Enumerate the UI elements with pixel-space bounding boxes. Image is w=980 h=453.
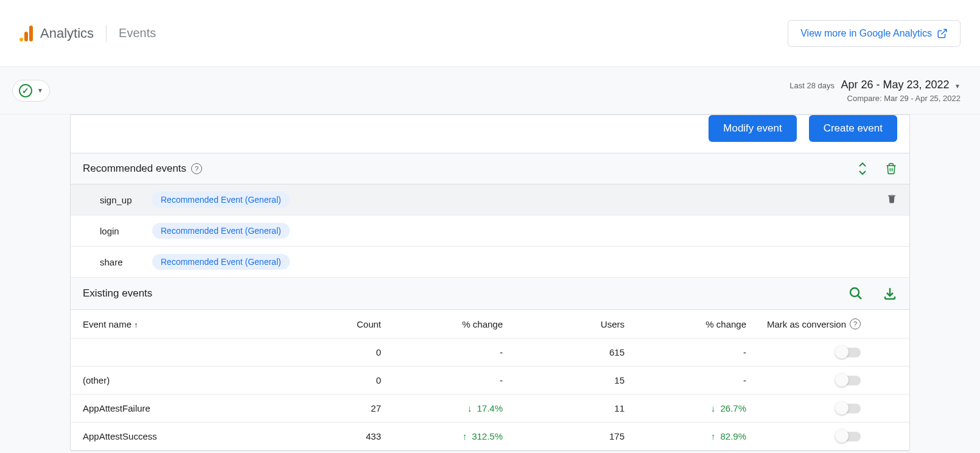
conversion-toggle[interactable] (836, 432, 861, 441)
events-panel: Modify event Create event Recommended ev… (70, 114, 910, 451)
help-icon[interactable]: ? (191, 163, 202, 174)
conversion-toggle[interactable] (836, 376, 861, 385)
cell-users: 11 (509, 403, 631, 413)
cell-event-name[interactable]: (other) (83, 375, 314, 385)
cell-conversion (752, 376, 897, 385)
brand-title: Analytics (40, 26, 94, 41)
svg-line-0 (942, 29, 947, 34)
cell-count: 27 (314, 403, 387, 413)
date-range-main: Apr 26 - May 23, 2022 (841, 79, 950, 91)
divider (106, 25, 107, 42)
chevron-down-icon: ▼ (954, 83, 961, 90)
content: Modify event Create event Recommended ev… (0, 114, 980, 453)
date-range-label: Last 28 days (789, 81, 835, 90)
recommended-event-name: share (100, 257, 142, 267)
date-range-picker[interactable]: Last 28 days Apr 26 - May 23, 2022 ▼ Com… (789, 79, 961, 103)
panel-actions: Modify event Create event (71, 115, 909, 153)
cell-count: 0 (314, 375, 387, 385)
cell-count-change: - (387, 347, 509, 357)
conversion-toggle[interactable] (836, 348, 861, 357)
breadcrumb: Events (119, 26, 156, 40)
table-row: AppAttestFailure 27 ↓ 17.4% 11 ↓ 26.7% (71, 395, 909, 423)
recommended-row[interactable]: sign_up Recommended Event (General) (71, 184, 909, 216)
arrow-up-icon: ↑ (711, 431, 716, 441)
cell-users-change: ↓ 26.7% (631, 403, 752, 413)
view-more-label: View more in Google Analytics (800, 28, 932, 39)
recommended-event-name: sign_up (100, 195, 142, 205)
status-filter-chip[interactable]: ✓ ▼ (12, 80, 50, 102)
cell-users: 15 (509, 375, 631, 385)
cell-conversion (752, 404, 897, 413)
cell-count: 433 (314, 431, 387, 441)
th-change[interactable]: % change (387, 319, 509, 329)
existing-events-header: Existing events (71, 278, 909, 310)
analytics-logo-icon (19, 26, 33, 41)
cell-users-change: - (631, 375, 752, 385)
arrow-down-icon: ↓ (467, 403, 472, 413)
cell-event-name[interactable]: AppAttestSuccess (83, 431, 314, 441)
cell-users: 615 (509, 347, 631, 357)
delete-row-button[interactable] (886, 192, 897, 207)
check-circle-icon: ✓ (19, 84, 32, 97)
date-range-compare: Compare: Mar 29 - Apr 25, 2022 (789, 94, 961, 103)
sort-asc-icon: ↑ (134, 320, 138, 329)
search-icon[interactable] (849, 286, 863, 301)
recommended-row[interactable]: login Recommended Event (General) (71, 216, 909, 247)
cell-users-change: - (631, 347, 752, 357)
brand-block: Analytics Events (19, 25, 156, 42)
svg-point-1 (850, 288, 859, 297)
download-icon[interactable] (883, 286, 897, 301)
th-event-name[interactable]: Event name ↑ (83, 319, 314, 329)
table-header: Event name ↑ Count % change Users % chan… (71, 310, 909, 339)
recommended-events-header: Recommended events ? (71, 153, 909, 184)
existing-title: Existing events (83, 287, 152, 300)
th-change2[interactable]: % change (631, 319, 752, 329)
recommended-chip: Recommended Event (General) (152, 254, 290, 270)
top-header: Analytics Events View more in Google Ana… (0, 0, 980, 67)
conversion-toggle[interactable] (836, 404, 861, 413)
modify-event-button[interactable]: Modify event (709, 115, 796, 142)
cell-conversion (752, 348, 897, 357)
trash-icon (886, 192, 897, 205)
recommended-event-name: login (100, 226, 142, 236)
open-external-icon (937, 28, 948, 39)
th-conversion: Mark as conversion ? (752, 318, 897, 329)
cell-count: 0 (314, 347, 387, 357)
cell-count-change: ↑ 312.5% (387, 431, 509, 441)
cell-event-name[interactable]: AppAttestFailure (83, 403, 314, 413)
cell-users: 175 (509, 431, 631, 441)
cell-count-change: - (387, 375, 509, 385)
recommended-chip: Recommended Event (General) (152, 192, 290, 208)
subheader: ✓ ▼ Last 28 days Apr 26 - May 23, 2022 ▼… (0, 67, 980, 114)
recommended-title: Recommended events (83, 163, 186, 175)
table-row: AppAttestSuccess 433 ↑ 312.5% 175 ↑ 82.9… (71, 423, 909, 451)
svg-line-2 (858, 295, 861, 299)
th-users[interactable]: Users (509, 319, 631, 329)
trash-icon[interactable] (885, 162, 897, 175)
chevron-down-icon: ▼ (37, 87, 43, 94)
create-event-button[interactable]: Create event (809, 115, 897, 142)
arrow-up-icon: ↑ (463, 431, 467, 441)
recommended-chip: Recommended Event (General) (152, 223, 290, 239)
table-row: (other) 0 - 15 - (71, 367, 909, 395)
arrow-down-icon: ↓ (711, 403, 716, 413)
view-more-button[interactable]: View more in Google Analytics (788, 20, 961, 47)
th-count[interactable]: Count (314, 319, 387, 329)
recommended-row[interactable]: share Recommended Event (General) (71, 247, 909, 278)
table-row: 0 - 615 - (71, 339, 909, 367)
expand-collapse-icon[interactable] (857, 162, 868, 175)
cell-conversion (752, 432, 897, 441)
cell-count-change: ↓ 17.4% (387, 403, 509, 413)
help-icon[interactable]: ? (850, 318, 861, 329)
cell-users-change: ↑ 82.9% (631, 431, 752, 441)
